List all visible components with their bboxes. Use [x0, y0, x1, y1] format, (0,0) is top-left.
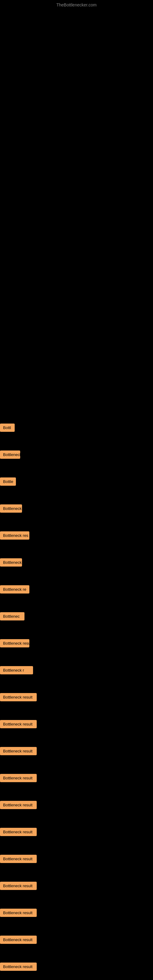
- list-item: Bottleneck result: [0, 953, 153, 980]
- list-item: Bottl: [0, 414, 153, 441]
- list-item: Bottleneck: [0, 549, 153, 576]
- list-item: Bottleneck resu: [0, 630, 153, 657]
- list-item: Bottleneck result: [0, 818, 153, 845]
- bottleneck-result-badge: Bottleneck: [0, 558, 22, 566]
- list-item: Bottlenec: [0, 603, 153, 630]
- list-item: Bottleneck result: [0, 791, 153, 818]
- bottleneck-result-badge: Bottleneck re: [0, 585, 29, 593]
- bottleneck-result-badge: Bottleneck res: [0, 531, 29, 539]
- bottleneck-result-badge: Bottleneck result: [0, 855, 37, 863]
- bottleneck-result-badge: Bottleneck r: [0, 666, 33, 675]
- bottleneck-result-badge: Bottleneck result: [0, 828, 37, 836]
- list-item: Bottleneck res: [0, 522, 153, 549]
- list-item: Bottleneck result: [0, 764, 153, 791]
- list-item: Bottle: [0, 468, 153, 495]
- bottleneck-result-badge: Bottleneck result: [0, 693, 37, 701]
- bottleneck-result-badge: Bottleneck result: [0, 774, 37, 782]
- bottleneck-result-badge: Bottleneck result: [0, 908, 37, 917]
- list-item: Bottleneck r: [0, 657, 153, 684]
- bottleneck-result-badge: Bottle: [0, 477, 16, 486]
- list-item: Bottleneck re: [0, 576, 153, 603]
- list-item: Bottleneck: [0, 495, 153, 522]
- list-item: Bottleneck result: [0, 711, 153, 737]
- site-header: TheBottlenecker.com: [0, 0, 153, 9]
- bottleneck-result-badge: Bottleneck: [0, 504, 22, 513]
- bottleneck-result-badge: Bottlenec: [0, 612, 24, 620]
- list-item: Bottleneck: [0, 441, 153, 468]
- bottleneck-result-badge: Bottleneck result: [0, 935, 37, 944]
- site-title: TheBottlenecker.com: [0, 0, 153, 9]
- bottleneck-result-badge: Bottleneck result: [0, 963, 37, 971]
- bottleneck-result-badge: Bottleneck: [0, 450, 20, 459]
- bottleneck-result-badge: Bottl: [0, 423, 15, 432]
- bottleneck-result-badge: Bottleneck resu: [0, 639, 29, 648]
- list-item: Bottleneck result: [0, 872, 153, 899]
- list-item: Bottleneck result: [0, 926, 153, 953]
- bottleneck-result-badge: Bottleneck result: [0, 720, 37, 728]
- bottleneck-result-badge: Bottleneck result: [0, 882, 37, 890]
- list-item: Bottleneck result: [0, 845, 153, 872]
- list-item: Bottleneck result: [0, 684, 153, 711]
- bottleneck-items-container: BottlBottleneckBottleBottleneckBottlenec…: [0, 414, 153, 980]
- bottleneck-result-badge: Bottleneck result: [0, 801, 37, 809]
- list-item: Bottleneck result: [0, 737, 153, 764]
- bottleneck-result-badge: Bottleneck result: [0, 747, 37, 755]
- list-item: Bottleneck result: [0, 899, 153, 926]
